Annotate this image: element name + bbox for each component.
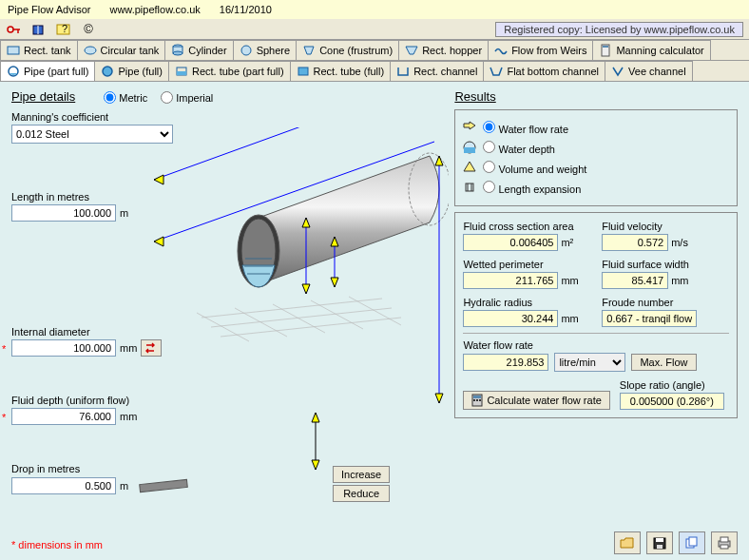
tab-hopper[interactable]: Rect. hopper bbox=[398, 40, 489, 60]
svg-line-40 bbox=[349, 297, 401, 325]
manning-icon bbox=[599, 44, 612, 57]
slope-label: Slope ratio (angle) bbox=[620, 379, 729, 391]
details-title: Pipe details bbox=[11, 89, 75, 104]
cylinder-icon bbox=[171, 44, 184, 57]
max-flow-button[interactable]: Max. Flow bbox=[631, 354, 696, 371]
key-icon[interactable] bbox=[6, 22, 23, 37]
wetted-value bbox=[463, 272, 558, 289]
app-url: www.pipeflow.co.uk bbox=[109, 4, 200, 15]
results-values-box: Fluid cross section aream² Fluid velocit… bbox=[454, 212, 738, 418]
app-title: Pipe Flow Advisor bbox=[8, 4, 90, 15]
sphere-icon bbox=[240, 44, 253, 57]
flowrate-label: Water flow rate bbox=[463, 339, 729, 351]
rtube-part-icon bbox=[175, 65, 188, 78]
svg-point-0 bbox=[8, 27, 13, 32]
title-bar: Pipe Flow Advisor www.pipeflow.co.uk 16/… bbox=[0, 0, 749, 19]
svg-point-12 bbox=[241, 46, 251, 55]
svg-line-34 bbox=[211, 308, 392, 327]
svg-text:?: ? bbox=[62, 23, 67, 34]
rect-tank-icon bbox=[7, 44, 20, 57]
reduce-button[interactable]: Reduce bbox=[333, 485, 390, 502]
froude-value bbox=[602, 310, 697, 327]
drop-unit: m bbox=[120, 480, 128, 492]
flowrate-unit-select[interactable]: litre/min bbox=[554, 353, 625, 372]
save-button[interactable] bbox=[646, 531, 673, 554]
length-input[interactable] bbox=[11, 204, 116, 222]
wetted-label: Wetted perimeter bbox=[463, 259, 590, 270]
metric-radio[interactable]: Metric bbox=[104, 91, 147, 104]
tab-cone[interactable]: Cone (frustrum) bbox=[296, 40, 399, 60]
circ-tank-icon bbox=[84, 44, 97, 57]
depth-input[interactable] bbox=[11, 408, 116, 425]
svg-rect-7 bbox=[8, 47, 19, 54]
tab-manning[interactable]: Manning calculator bbox=[592, 40, 710, 60]
flow-radio[interactable]: Water flow rate bbox=[483, 121, 568, 135]
svg-rect-66 bbox=[657, 545, 663, 549]
tab-pipe-full[interactable]: Pipe (full) bbox=[94, 61, 168, 81]
surface-value bbox=[602, 272, 668, 289]
flat-channel-icon bbox=[490, 65, 503, 78]
tab-weir[interactable]: Flow from Weirs bbox=[488, 40, 593, 60]
book-icon[interactable] bbox=[30, 22, 48, 37]
depth-unit: mm bbox=[120, 411, 137, 422]
svg-marker-43 bbox=[302, 284, 310, 294]
depth-radio[interactable]: Water depth bbox=[483, 141, 555, 155]
drop-input[interactable] bbox=[11, 477, 116, 494]
tab-rtube-part[interactable]: Rect. tube (part full) bbox=[168, 61, 291, 81]
svg-rect-62 bbox=[476, 399, 478, 401]
expansion-radio[interactable]: Length expansion bbox=[483, 181, 581, 195]
svg-marker-52 bbox=[312, 460, 319, 470]
tab-rchannel[interactable]: Rect. channel bbox=[390, 61, 484, 81]
svg-rect-65 bbox=[656, 538, 663, 542]
svg-rect-71 bbox=[720, 545, 728, 549]
svg-marker-13 bbox=[304, 47, 314, 54]
open-button[interactable] bbox=[614, 531, 641, 554]
help-icon[interactable]: ? bbox=[55, 22, 72, 37]
slope-value bbox=[620, 393, 724, 410]
manning-label: Manning's coefficient bbox=[11, 111, 445, 123]
svg-rect-16 bbox=[603, 46, 608, 48]
results-options-box: Water flow rate Water depth Volume and w… bbox=[454, 109, 738, 206]
svg-rect-60 bbox=[473, 396, 481, 398]
velocity-label: Fluid velocity bbox=[602, 221, 729, 232]
asterisk-icon: * bbox=[2, 343, 6, 355]
calculate-button[interactable]: Calculate water flow rate bbox=[463, 391, 609, 410]
tab-circ-tank[interactable]: Circular tank bbox=[77, 40, 166, 60]
license-label: Registered copy: Licensed by www.pipeflo… bbox=[495, 22, 743, 37]
rtube-full-icon bbox=[297, 65, 310, 78]
tab-pipe-part[interactable]: Pipe (part full) bbox=[0, 61, 95, 81]
svg-marker-26 bbox=[154, 237, 163, 246]
diameter-input[interactable] bbox=[11, 339, 116, 357]
asterisk-icon: * bbox=[2, 412, 6, 423]
svg-rect-63 bbox=[479, 399, 481, 401]
svg-point-8 bbox=[85, 47, 96, 54]
tab-cylinder[interactable]: Cylinder bbox=[164, 40, 233, 60]
tab-vee[interactable]: Vee channel bbox=[605, 61, 693, 81]
svg-rect-70 bbox=[720, 537, 728, 542]
copyright-icon[interactable]: © bbox=[80, 22, 97, 37]
results-title: Results bbox=[454, 89, 738, 104]
vee-icon bbox=[611, 65, 624, 78]
svg-rect-68 bbox=[689, 537, 697, 546]
expansion-icon bbox=[463, 181, 477, 195]
increase-button[interactable]: Increase bbox=[333, 466, 390, 483]
svg-marker-46 bbox=[331, 278, 338, 287]
tab-flat-channel[interactable]: Flat bottom channel bbox=[483, 61, 605, 81]
copy-button[interactable] bbox=[679, 531, 705, 554]
diameter-unit: mm bbox=[120, 342, 137, 354]
velocity-value bbox=[602, 234, 668, 251]
imperial-radio[interactable]: Imperial bbox=[161, 91, 213, 104]
volume-icon bbox=[463, 161, 477, 175]
tab-sphere[interactable]: Sphere bbox=[233, 40, 297, 60]
print-button[interactable] bbox=[711, 531, 738, 554]
volume-radio[interactable]: Volume and weight bbox=[483, 161, 586, 175]
tab-rect-tank[interactable]: Rect. tank bbox=[0, 40, 78, 60]
hopper-icon bbox=[405, 44, 418, 57]
surface-label: Fluid surface width bbox=[602, 259, 729, 270]
tab-rtube-full[interactable]: Rect. tube (full) bbox=[290, 61, 392, 81]
cross-area-label: Fluid cross section area bbox=[463, 221, 590, 232]
svg-rect-21 bbox=[298, 68, 308, 75]
svg-line-35 bbox=[221, 318, 401, 337]
svg-line-36 bbox=[197, 313, 249, 341]
svg-line-39 bbox=[311, 300, 363, 329]
